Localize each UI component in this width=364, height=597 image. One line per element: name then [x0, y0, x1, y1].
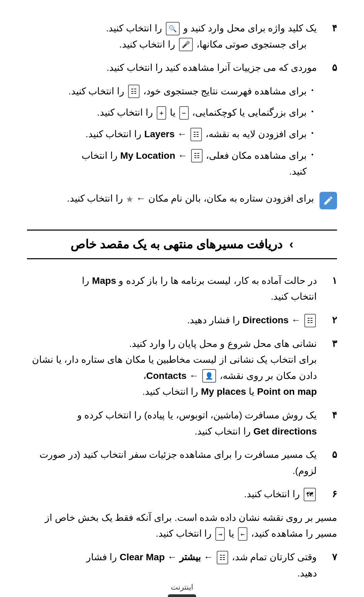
page-number: ۸۲ [168, 594, 196, 597]
item-4: ۴ یک کلید واژه برای محل وارد کنید و 🔍 را… [27, 20, 337, 52]
bullet-list: • برای مشاهده فهرست نتایج جستجوی خود، ☷ … [27, 83, 313, 185]
item4-text: یک کلید واژه برای محل وارد کنید و [181, 23, 317, 33]
bullet-1: • برای مشاهده فهرست نتایج جستجوی خود، ☷ … [27, 83, 313, 99]
section2-item-1: ۱ در حالت آماده به کار، لیست برنامه ها ر… [27, 273, 337, 305]
page-footer: اینترنت ۸۲ [0, 583, 364, 597]
section2-item-6: ۶ 🗺 را انتخاب کنید. [27, 486, 337, 502]
zoom-out-icon: − [179, 106, 189, 120]
zoom-in-icon: + [157, 106, 166, 120]
search-icon: 🔍 [166, 22, 180, 35]
heading-text: دریافت مسیرهای منتهی به یک مقصد خاص [70, 237, 282, 251]
contacts-icon: 👤 [202, 369, 216, 383]
item5-text: موردی که می جزییات آنرا مشاهده کنید را ا… [107, 62, 317, 73]
section2-item-3: ۳ نشانی های محل شروع و محل پایان را وارد… [27, 336, 337, 400]
section-heading: › دریافت مسیرهای منتهی به یک مقصد خاص [27, 230, 337, 259]
bullet-2: • برای بزرگنمایی یا کوچکنمایی، − یا + را… [27, 105, 313, 121]
section2-item-4: ۴ یک روش مسافرت (ماشین، اتوبوس، یا پیاده… [27, 407, 337, 439]
right-arrow-icon: → [215, 527, 225, 541]
menu-icon-clear: ☷ [217, 551, 228, 564]
note-text: برای افزودن ستاره به مکان، بالن نام مکان… [133, 193, 314, 204]
item-5: ۵ موردی که می جزییات آنرا مشاهده کنید را… [27, 60, 337, 76]
bullet-4: • برای مشاهده مکان فعلی، ☷ ← My Location… [27, 148, 313, 180]
section2-item-5: ۵ یک مسیر مسافرت را برای مشاهده جزئیات س… [27, 447, 337, 479]
section2-items: ۱ در حالت آماده به کار، لیست برنامه ها ر… [27, 273, 337, 581]
left-arrow-icon: ← [238, 527, 247, 541]
star-icon: ★ [126, 194, 133, 204]
menu-icon-layers: ☷ [190, 128, 202, 141]
pencil-icon [323, 195, 334, 206]
list-icon: ☷ [128, 85, 140, 98]
bullet-3: • برای افزودن لایه به نقشه، ☷ ← Layers ر… [27, 126, 313, 142]
mic-icon: 🎤 [179, 38, 193, 51]
footer-label: اینترنت [0, 583, 364, 592]
note-icon [320, 192, 337, 209]
navigate-icon: 🗺 [304, 488, 316, 501]
menu-icon-dir: ☷ [304, 314, 316, 327]
menu-icon-location: ☷ [191, 149, 203, 162]
section2-paragraph: مسیر بر روی نقشه نشان داده شده است. برای… [27, 510, 337, 542]
section2-item-2: ۲ ☷ ← Directions را فشار دهید. [27, 312, 337, 328]
section2-item-7: ۷ وقتی کارتان تمام شد، ☷ ← بیشتر ← Clear… [27, 549, 337, 581]
note-box: برای افزودن ستاره به مکان، بالن نام مکان… [27, 190, 337, 209]
section-top: ۴ یک کلید واژه برای محل وارد کنید و 🔍 را… [27, 20, 337, 209]
page-content: ۴ یک کلید واژه برای محل وارد کنید و 🔍 را… [0, 0, 364, 597]
